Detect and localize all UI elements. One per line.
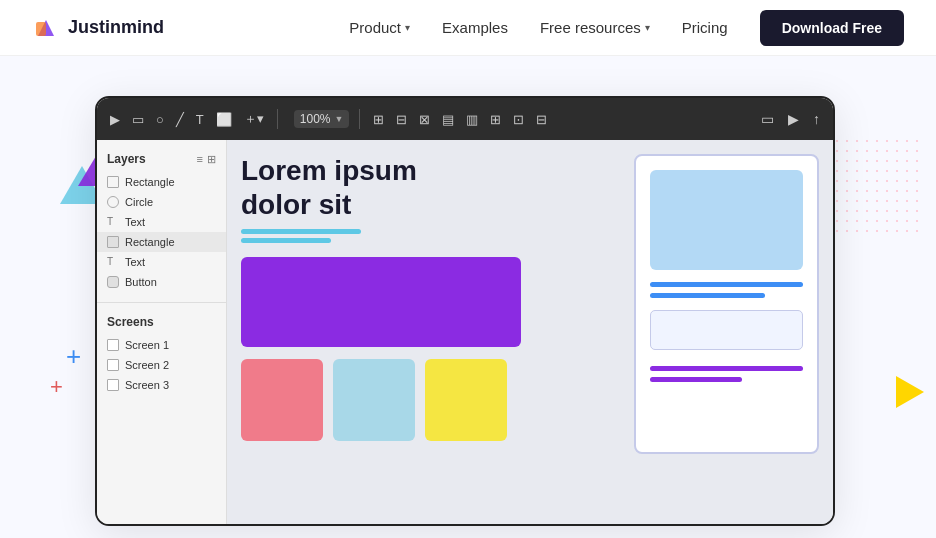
line-tool-icon[interactable]: ╱ bbox=[173, 110, 187, 129]
image-tool-icon[interactable]: ⬜ bbox=[213, 110, 235, 129]
canvas-card-yellow bbox=[425, 359, 507, 441]
nav-examples[interactable]: Examples bbox=[442, 19, 508, 36]
align-tool-2-icon[interactable]: ⊟ bbox=[393, 110, 410, 129]
canvas-blue-line-short bbox=[650, 293, 765, 298]
device-preview-icon[interactable]: ▭ bbox=[758, 109, 777, 129]
canvas[interactable]: Lorem ipsumdolor sit bbox=[227, 140, 833, 524]
screen-thumb-3 bbox=[107, 379, 119, 391]
zoom-arrow-icon: ▼ bbox=[335, 114, 344, 124]
align-tool-7-icon[interactable]: ⊡ bbox=[510, 110, 527, 129]
screen-item-1[interactable]: Screen 1 bbox=[97, 335, 226, 355]
screen-item-2[interactable]: Screen 2 bbox=[97, 355, 226, 375]
screens-title: Screens bbox=[107, 315, 154, 329]
canvas-line-1 bbox=[241, 229, 361, 234]
canvas-right-image bbox=[650, 170, 803, 270]
canvas-heading: Lorem ipsumdolor sit bbox=[241, 154, 536, 221]
layers-grid-icon[interactable]: ⊞ bbox=[207, 153, 216, 166]
canvas-purple-line-long bbox=[650, 366, 803, 371]
toolbar-separator bbox=[277, 109, 278, 129]
align-tool-5-icon[interactable]: ▥ bbox=[463, 110, 481, 129]
layers-section-header: Layers ≡ ⊞ bbox=[97, 148, 226, 172]
sidebar: Layers ≡ ⊞ Rectangle Circle T bbox=[97, 140, 227, 524]
canvas-right-panel bbox=[634, 154, 819, 454]
canvas-right-blue-lines bbox=[650, 282, 803, 298]
circle-tool-icon[interactable]: ○ bbox=[153, 110, 167, 129]
add-tool-icon[interactable]: ＋▾ bbox=[241, 108, 267, 130]
canvas-card-pink bbox=[241, 359, 323, 441]
canvas-right-box bbox=[650, 310, 803, 350]
deco-dots bbox=[832, 136, 922, 236]
canvas-purple-line-short bbox=[650, 377, 742, 382]
align-tool-8-icon[interactable]: ⊟ bbox=[533, 110, 550, 129]
rect-tool-icon[interactable]: ▭ bbox=[129, 110, 147, 129]
header: Justinmind Product ▾ Examples Free resou… bbox=[0, 0, 936, 56]
svg-rect-0 bbox=[36, 22, 46, 36]
layers-icons: ≡ ⊞ bbox=[197, 153, 216, 166]
download-button[interactable]: Download Free bbox=[760, 10, 904, 46]
nav-free-resources[interactable]: Free resources ▾ bbox=[540, 19, 650, 36]
canvas-color-cards bbox=[241, 359, 536, 441]
canvas-left-panel: Lorem ipsumdolor sit bbox=[241, 154, 536, 441]
canvas-right-purple-lines bbox=[650, 366, 803, 382]
share-icon[interactable]: ↑ bbox=[810, 109, 823, 129]
deco-plus-blue: + bbox=[66, 341, 81, 372]
free-resources-chevron-icon: ▾ bbox=[645, 22, 650, 33]
select-tool-icon[interactable]: ▶ bbox=[107, 110, 123, 129]
play-icon[interactable]: ▶ bbox=[785, 109, 802, 129]
layer-thumb-circle bbox=[107, 196, 119, 208]
layer-thumb-button bbox=[107, 276, 119, 288]
nav-product[interactable]: Product ▾ bbox=[349, 19, 410, 36]
layers-list-icon[interactable]: ≡ bbox=[197, 153, 203, 166]
canvas-card-lightblue bbox=[333, 359, 415, 441]
logo-text: Justinmind bbox=[68, 17, 164, 38]
layer-item-rectangle-2[interactable]: Rectangle bbox=[97, 232, 226, 252]
product-chevron-icon: ▾ bbox=[405, 22, 410, 33]
screen-thumb-2 bbox=[107, 359, 119, 371]
logo[interactable]: Justinmind bbox=[32, 14, 164, 42]
screen-item-3[interactable]: Screen 3 bbox=[97, 375, 226, 395]
nav: Product ▾ Examples Free resources ▾ Pric… bbox=[349, 10, 904, 46]
deco-plus-red: + bbox=[50, 374, 63, 400]
zoom-label: 100% bbox=[300, 112, 331, 126]
align-tool-3-icon[interactable]: ⊠ bbox=[416, 110, 433, 129]
layer-item-text-2[interactable]: T Text bbox=[97, 252, 226, 272]
align-tool-4-icon[interactable]: ▤ bbox=[439, 110, 457, 129]
screen-thumb-1 bbox=[107, 339, 119, 351]
layer-thumb-text-2: T bbox=[107, 256, 119, 268]
layer-item-rectangle-1[interactable]: Rectangle bbox=[97, 172, 226, 192]
layer-item-circle[interactable]: Circle bbox=[97, 192, 226, 212]
toolbar: ▶ ▭ ○ ╱ T ⬜ ＋▾ 100% ▼ ⊞ ⊟ ⊠ ▤ ▥ ⊞ bbox=[97, 98, 833, 140]
toolbar-separator-2 bbox=[359, 109, 360, 129]
canvas-blue-line-long bbox=[650, 282, 803, 287]
deco-triangle-yellow bbox=[896, 376, 924, 408]
layer-item-text-1[interactable]: T Text bbox=[97, 212, 226, 232]
screens-section-header: Screens bbox=[97, 311, 226, 335]
layer-thumb-rect bbox=[107, 176, 119, 188]
nav-pricing[interactable]: Pricing bbox=[682, 19, 728, 36]
zoom-control[interactable]: 100% ▼ bbox=[294, 110, 350, 128]
main-content: + + ▶ ▭ ○ ╱ T ⬜ ＋▾ 100% ▼ ⊞ bbox=[0, 56, 936, 538]
align-tool-6-icon[interactable]: ⊞ bbox=[487, 110, 504, 129]
screens-section: Screens Screen 1 Screen 2 Screen 3 bbox=[97, 302, 226, 395]
text-tool-icon[interactable]: T bbox=[193, 110, 207, 129]
workspace: Layers ≡ ⊞ Rectangle Circle T bbox=[97, 140, 833, 524]
layer-item-button[interactable]: Button bbox=[97, 272, 226, 292]
layer-thumb-text-1: T bbox=[107, 216, 119, 228]
toolbar-right: ▭ ▶ ↑ bbox=[758, 109, 823, 129]
canvas-line-2 bbox=[241, 238, 331, 243]
layer-thumb-rect-2 bbox=[107, 236, 119, 248]
logo-icon bbox=[32, 14, 60, 42]
canvas-purple-block bbox=[241, 257, 521, 347]
layers-title: Layers bbox=[107, 152, 146, 166]
align-tool-1-icon[interactable]: ⊞ bbox=[370, 110, 387, 129]
app-window: ▶ ▭ ○ ╱ T ⬜ ＋▾ 100% ▼ ⊞ ⊟ ⊠ ▤ ▥ ⊞ bbox=[95, 96, 835, 526]
